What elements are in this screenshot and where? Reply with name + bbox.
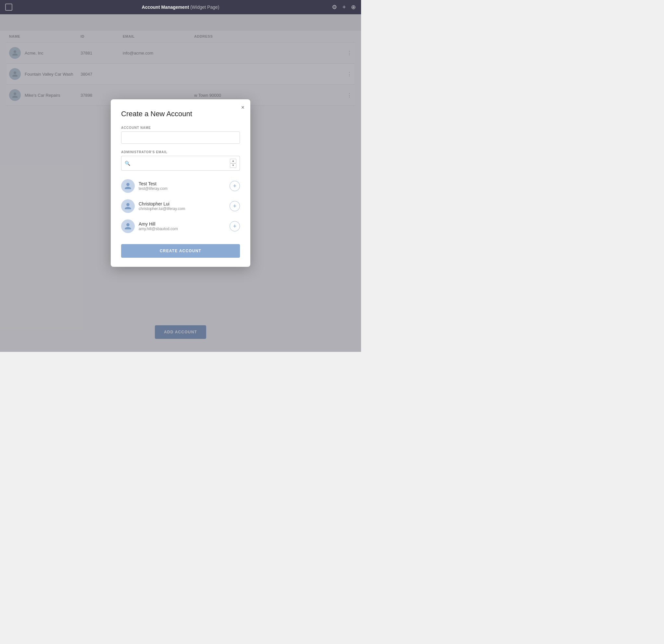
spinner-down-button[interactable]: ▼: [230, 163, 236, 168]
topbar-actions: ⚙ + ⊕: [332, 4, 356, 11]
user-icon: [124, 202, 132, 210]
user-info: Christopher Lui christopher.lui@liferay.…: [139, 201, 226, 211]
modal-close-button[interactable]: ×: [241, 105, 245, 110]
add-user-button[interactable]: +: [230, 201, 240, 211]
spinner-up-button[interactable]: ▲: [230, 159, 236, 163]
menu-icon[interactable]: [5, 4, 12, 11]
avatar: [121, 199, 135, 213]
admin-email-input[interactable]: [133, 161, 230, 166]
list-item: Christopher Lui christopher.lui@liferay.…: [121, 196, 240, 216]
create-account-button[interactable]: CREATE ACCOUNT: [121, 244, 240, 258]
add-user-button[interactable]: +: [230, 221, 240, 232]
content-area: NAME ID EMAIL ADDRESS Acme, Inc 37881 in…: [0, 14, 361, 352]
add-icon[interactable]: +: [342, 4, 346, 11]
user-icon: [124, 182, 132, 190]
create-account-modal: × Create a New Account ACCOUNT NAME ADMI…: [111, 99, 250, 267]
avatar: [121, 179, 135, 193]
search-icon: 🔍: [125, 161, 130, 166]
user-email: test@liferay.com: [139, 186, 226, 191]
avatar: [121, 219, 135, 233]
search-spinners: ▲ ▼: [230, 159, 236, 168]
topbar-left: [5, 4, 12, 11]
topbar-title-bold: Account Management: [142, 4, 189, 10]
topbar-title-light: (Widget Page): [190, 4, 219, 10]
modal-overlay: × Create a New Account ACCOUNT NAME ADMI…: [0, 14, 361, 352]
settings-icon[interactable]: ⚙: [332, 4, 337, 11]
list-item: Test Test test@liferay.com +: [121, 176, 240, 196]
user-email: christopher.lui@liferay.com: [139, 207, 226, 211]
user-name: Christopher Lui: [139, 201, 226, 207]
admin-email-search: 🔍 ▲ ▼: [121, 156, 240, 171]
account-name-label: ACCOUNT NAME: [121, 126, 240, 130]
list-item: Amy Hill amy.hill@sbautod.com +: [121, 216, 240, 236]
user-info: Test Test test@liferay.com: [139, 181, 226, 191]
globe-icon[interactable]: ⊕: [351, 4, 356, 11]
admin-email-label: ADMINISTRATOR'S EMAIL: [121, 150, 240, 154]
topbar: Account Management (Widget Page) ⚙ + ⊕: [0, 0, 361, 14]
account-name-input[interactable]: [121, 131, 240, 144]
modal-title: Create a New Account: [121, 110, 240, 118]
add-user-button[interactable]: +: [230, 181, 240, 191]
topbar-title: Account Management (Widget Page): [142, 4, 220, 10]
user-name: Amy Hill: [139, 221, 226, 227]
user-name: Test Test: [139, 181, 226, 186]
user-info: Amy Hill amy.hill@sbautod.com: [139, 221, 226, 231]
user-icon: [124, 222, 132, 230]
user-list: Test Test test@liferay.com + Christopher…: [121, 176, 240, 236]
user-email: amy.hill@sbautod.com: [139, 227, 226, 231]
